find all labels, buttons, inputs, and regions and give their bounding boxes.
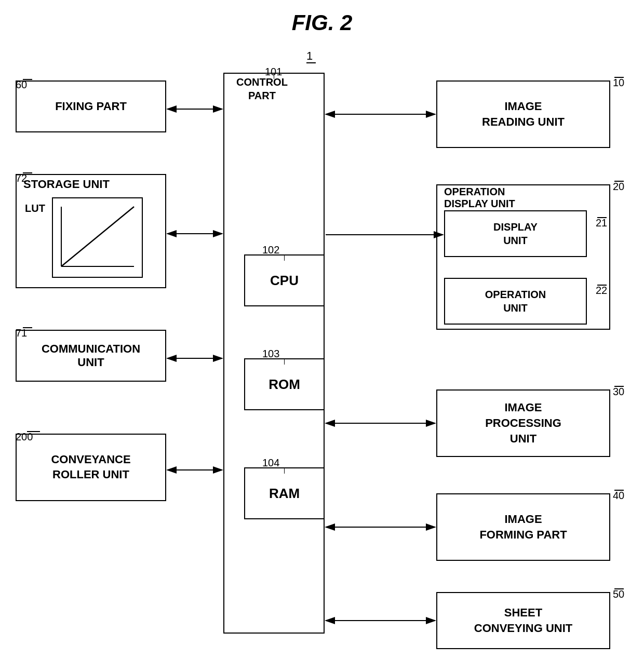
- image-forming-label: IMAGEFORMING PART: [479, 512, 567, 542]
- ref-10: 10: [613, 77, 624, 89]
- image-processing-label: IMAGEPROCESSINGUNIT: [485, 400, 561, 446]
- ref-72-underline: [23, 172, 32, 173]
- ref-22-underline: [597, 285, 607, 286]
- image-forming-box: IMAGEFORMING PART: [436, 493, 610, 561]
- ref-30: 30: [613, 386, 624, 398]
- svg-line-0: [61, 207, 134, 266]
- cpu-label: CPU: [270, 273, 299, 289]
- cpu-box: CPU: [244, 254, 325, 306]
- ref-20-underline: [614, 181, 624, 182]
- sheet-conveying-box: SHEETCONVEYING UNIT: [436, 592, 610, 649]
- communication-unit-box: COMMUNICATIONUNIT: [16, 330, 166, 382]
- communication-unit-label: COMMUNICATIONUNIT: [42, 342, 140, 369]
- conveyance-roller-box: CONVEYANCEROLLER UNIT: [16, 434, 166, 501]
- image-reading-label: IMAGEREADING UNIT: [482, 99, 565, 129]
- display-unit-label: DISPLAYUNIT: [493, 220, 538, 247]
- ref-50-underline: [614, 588, 624, 589]
- ref-22: 22: [596, 285, 607, 297]
- fig-title: FIG. 2: [292, 10, 353, 35]
- ref-1: 1: [306, 49, 313, 63]
- fixing-part-box: FIXING PART: [16, 80, 166, 132]
- diagram-container: FIG. 2 1 101 CONTROLPART 102 CPU 103 ROM…: [0, 0, 644, 659]
- storage-unit-label: STORAGE UNIT: [23, 178, 110, 191]
- ref-21: 21: [596, 217, 607, 229]
- ram-label: RAM: [269, 486, 300, 502]
- display-unit-box: DISPLAYUNIT: [444, 210, 587, 257]
- control-part-label: CONTROLPART: [236, 75, 288, 102]
- ref-21-underline: [597, 217, 607, 218]
- operation-display-outer-label: OPERATIONDISPLAY UNIT: [444, 186, 515, 210]
- ref-40-underline: [614, 490, 624, 491]
- operation-unit-label: OPERATIONUNIT: [485, 288, 546, 315]
- image-reading-box: IMAGEREADING UNIT: [436, 80, 610, 148]
- fixing-part-label: FIXING PART: [55, 100, 127, 113]
- ref-71-underline: [23, 327, 32, 328]
- rom-label: ROM: [269, 376, 300, 393]
- rom-box: ROM: [244, 358, 325, 410]
- ram-box: RAM: [244, 467, 325, 519]
- lut-graph: [53, 199, 142, 277]
- ref-40: 40: [613, 490, 624, 502]
- ref-50: 50: [613, 588, 624, 600]
- image-processing-box: IMAGEPROCESSINGUNIT: [436, 389, 610, 457]
- lut-label: LUT: [25, 203, 45, 214]
- operation-unit-box: OPERATIONUNIT: [444, 278, 587, 325]
- sheet-conveying-label: SHEETCONVEYING UNIT: [474, 605, 572, 636]
- conveyance-roller-label: CONVEYANCEROLLER UNIT: [51, 452, 130, 482]
- ref-200-underline: [27, 431, 40, 432]
- ref-30-underline: [614, 386, 624, 387]
- ref-20: 20: [613, 181, 624, 193]
- ref-1-underline: [306, 62, 316, 63]
- ref-10-underline: [614, 77, 624, 78]
- ref-60-underline: [23, 79, 32, 80]
